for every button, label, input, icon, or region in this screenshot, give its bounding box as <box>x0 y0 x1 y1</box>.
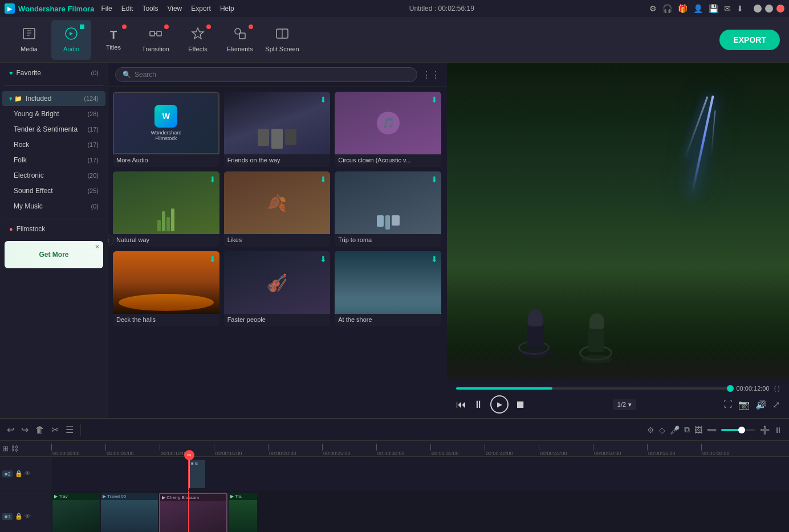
tool-transition[interactable]: Transition <box>136 20 176 60</box>
gift-icon[interactable]: 🎁 <box>678 4 688 13</box>
media-card-friends[interactable]: ⬇ Friends on the way <box>224 92 331 167</box>
clip-travel-05-label: ▶ Travel 05 <box>101 493 158 500</box>
sidebar-item-sound-effect[interactable]: Sound Effect (25) <box>2 183 105 198</box>
media-card-faster[interactable]: 🎻 ⬇ Faster people <box>224 251 331 326</box>
tool-media[interactable]: Media <box>9 20 49 60</box>
media-label: Media <box>21 46 38 52</box>
clip-travel-1[interactable]: ▶ Trav <box>52 493 100 532</box>
plus-icon[interactable]: ➕ <box>760 425 770 435</box>
media-card-circus[interactable]: 🎵 ⬇ Circus clown (Acoustic v... <box>335 92 441 167</box>
effects-label: Effects <box>188 46 207 52</box>
close-button[interactable]: ✕ <box>776 5 784 13</box>
step-back-button[interactable]: ⏮ <box>456 399 466 411</box>
account-icon[interactable]: 👤 <box>693 4 703 13</box>
track-1-content: ▶ Trav ▶ Travel 05 ▶ Cherry Blossom <box>51 491 789 532</box>
sidebar-item-rock[interactable]: Rock (17) <box>2 137 105 152</box>
track-2-lock-icon[interactable]: 🔒 <box>15 470 23 477</box>
pause-button[interactable]: ⏸ <box>473 399 483 411</box>
screenshot-icon[interactable]: 📷 <box>738 399 750 410</box>
sidebar-item-included[interactable]: ▾ 📁 Included (124) <box>2 91 105 106</box>
track-1-eye-icon[interactable]: 👁 <box>25 513 31 520</box>
settings-icon[interactable]: ⚙ <box>649 4 657 13</box>
timeline-ruler[interactable]: 00:00:00:0000:00:05:0000:00:10:0000:00:1… <box>51 441 789 457</box>
mail-icon[interactable]: ✉ <box>724 4 731 13</box>
volume-icon[interactable]: 🔊 <box>755 399 767 410</box>
page-indicator[interactable]: 1/2 ▾ <box>613 399 636 410</box>
clip-travel-partial[interactable]: ▶ Tra <box>229 493 257 532</box>
search-box[interactable]: 🔍 <box>115 67 417 82</box>
cut-button[interactable]: ✂ <box>51 424 59 435</box>
preview-video <box>447 63 789 380</box>
sidebar-item-young-bright[interactable]: Young & Bright (28) <box>2 107 105 121</box>
layer-icon[interactable]: ⧉ <box>684 425 690 435</box>
search-input[interactable] <box>135 71 410 79</box>
timeline: ↩ ↪ 🗑 ✂ ☰ ⚙ ◇ 🎤 ⧉ 🖼 ➖ ➕ ⏸ ⊞ ⛓ <box>0 418 789 532</box>
link-icon[interactable]: ⛓ <box>11 444 18 453</box>
media-card-natural[interactable]: ⬇ Natural way <box>113 171 219 247</box>
media-card-likes[interactable]: 🍂 ⬇ Likes <box>224 171 331 247</box>
mic-icon[interactable]: 🎤 <box>670 425 680 435</box>
snapshot-icon[interactable]: 🖼 <box>694 425 702 435</box>
bg-forest <box>447 63 789 380</box>
menu-edit[interactable]: Edit <box>121 5 133 13</box>
sidebar-item-my-music[interactable]: My Music (0) <box>2 199 105 214</box>
grid-options-button[interactable]: ⋮⋮ <box>422 69 440 80</box>
tool-titles[interactable]: T Titles <box>93 20 133 60</box>
delete-button[interactable]: 🗑 <box>35 425 44 435</box>
sidebar-divider-2 <box>5 219 103 219</box>
stop-button[interactable]: ⏹ <box>515 399 526 411</box>
sidebar-item-favorite[interactable]: ♥ Favorite (0) <box>2 66 105 80</box>
menu-file[interactable]: File <box>101 5 112 13</box>
minus-icon[interactable]: ➖ <box>707 425 717 435</box>
redo-button[interactable]: ↪ <box>21 424 29 435</box>
media-card-deck[interactable]: ⬇ Deck the halls <box>113 251 219 326</box>
expand-icon[interactable]: ⤢ <box>772 399 780 410</box>
download-icon[interactable]: ⬇ <box>737 4 743 13</box>
track-1-lock-icon[interactable]: 🔒 <box>15 513 23 520</box>
adjustments-button[interactable]: ☰ <box>66 424 74 435</box>
clip-cherry-blossom[interactable]: ▶ Cherry Blossom <box>159 493 227 532</box>
sound-effect-label: Sound Effect <box>14 187 87 195</box>
menu-view[interactable]: View <box>167 5 182 13</box>
menu-export[interactable]: Export <box>191 5 211 13</box>
menu-help[interactable]: Help <box>220 5 234 13</box>
sidebar-included-section: ▾ 📁 Included (124) Young & Bright (28) T… <box>0 88 108 216</box>
download-atshore-icon: ⬇ <box>431 255 438 264</box>
tool-splitscreen[interactable]: Split Screen <box>262 20 302 60</box>
tool-effects[interactable]: Effects <box>178 20 218 60</box>
save-icon[interactable]: 💾 <box>709 4 718 13</box>
maximize-button[interactable]: □ <box>765 5 773 13</box>
heart-icon: ♥ <box>9 69 13 76</box>
media-card-filmstock[interactable]: W WondershareFilmstock More Audio <box>113 92 219 167</box>
fullscreen-icon[interactable]: ⛶ <box>723 399 733 410</box>
track-2-eye-icon[interactable]: 👁 <box>25 470 31 477</box>
sidebar-item-electronic[interactable]: Electronic (20) <box>2 168 105 183</box>
keyframe-icon[interactable]: ◇ <box>659 425 665 435</box>
render-icon[interactable]: ⚙ <box>647 425 654 435</box>
tool-audio[interactable]: Audio <box>51 20 91 60</box>
included-count: (124) <box>84 95 99 102</box>
minimize-button[interactable]: — <box>754 5 762 13</box>
zoom-slider[interactable] <box>721 429 755 431</box>
undo-button[interactable]: ↩ <box>7 424 14 435</box>
play-button[interactable]: ▶ <box>490 395 509 414</box>
sidebar-item-folk[interactable]: Folk (17) <box>2 153 105 167</box>
media-card-triproma[interactable]: ⬇ Trip to roma <box>335 171 441 247</box>
svg-rect-2 <box>150 31 154 36</box>
sidebar-item-filmstock[interactable]: ● Filmstock <box>2 222 105 236</box>
add-track-icon[interactable]: ⊞ <box>2 444 9 453</box>
filmstock-banner: ✕ Get More <box>5 241 103 268</box>
track-2-clip[interactable]: ■ E <box>188 460 205 488</box>
clip-travel-05[interactable]: ▶ Travel 05 <box>101 493 158 532</box>
more-options-icon[interactable]: ⏸ <box>774 425 782 435</box>
menu-tools[interactable]: Tools <box>142 5 158 13</box>
tool-elements[interactable]: Elements <box>220 20 260 60</box>
media-card-atshore[interactable]: ⬇ At the shore <box>335 251 441 326</box>
sidebar-item-tender[interactable]: Tender & Sentimenta (17) <box>2 122 105 137</box>
favorite-count: (0) <box>91 69 99 76</box>
export-button[interactable]: EXPORT <box>719 30 780 50</box>
window-controls: — □ ✕ <box>754 5 784 13</box>
progress-bar[interactable] <box>456 387 731 390</box>
banner-close-button[interactable]: ✕ <box>95 243 100 251</box>
headset-icon[interactable]: 🎧 <box>662 4 672 13</box>
